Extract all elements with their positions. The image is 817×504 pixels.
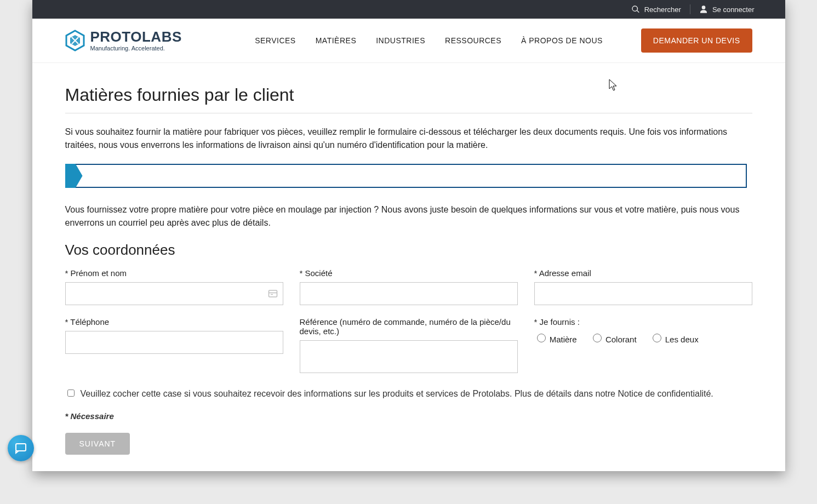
input-company[interactable] xyxy=(300,282,518,305)
chat-icon xyxy=(14,442,27,455)
content: Matières fournies par le client Si vous … xyxy=(32,63,785,471)
field-email: * Adresse email xyxy=(534,268,752,305)
next-button[interactable]: SUIVANT xyxy=(65,433,130,455)
brand-tagline: Manufacturing. Accelerated. xyxy=(90,45,182,51)
user-icon xyxy=(699,5,708,14)
required-note: * Nécessaire xyxy=(65,411,752,421)
nav-industries[interactable]: INDUSTRIES xyxy=(376,36,425,45)
svg-rect-4 xyxy=(16,444,26,451)
radio-both-input[interactable] xyxy=(653,334,661,342)
label-email: * Adresse email xyxy=(534,268,752,278)
label-name: * Prénom et nom xyxy=(65,268,283,278)
chat-bubble-button[interactable] xyxy=(8,435,34,461)
radio-colorant-input[interactable] xyxy=(593,334,602,342)
radio-both[interactable]: Les deux xyxy=(650,332,699,344)
svg-rect-1 xyxy=(268,290,277,297)
label-supply: * Je fournis : xyxy=(534,317,752,327)
signin-link[interactable]: Se connecter xyxy=(690,5,763,14)
progress-indicator xyxy=(65,164,752,188)
field-name: * Prénom et nom xyxy=(65,268,283,305)
search-icon xyxy=(631,5,640,14)
label-phone: * Téléphone xyxy=(65,317,283,327)
nav-resources[interactable]: RESSOURCES xyxy=(445,36,501,45)
input-reference[interactable] xyxy=(300,340,518,373)
main-nav: PROTOLABS Manufacturing. Accelerated. SE… xyxy=(32,19,785,63)
nav-services[interactable]: SERVICES xyxy=(255,36,296,45)
sub-intro-text: Vous fournissez votre propre matière pou… xyxy=(65,203,752,230)
contact-card-icon xyxy=(268,289,278,299)
signin-label: Se connecter xyxy=(712,5,755,14)
page-title: Matières fournies par le client xyxy=(65,85,752,105)
consent-label: Veuillez cocher cette case si vous souha… xyxy=(81,387,713,400)
title-divider xyxy=(65,113,752,113)
search-link[interactable]: Rechercher xyxy=(622,5,690,14)
consent-checkbox[interactable] xyxy=(67,390,75,397)
page: Rechercher Se connecter PROTOLABS Manufa… xyxy=(32,0,785,471)
nav-links: SERVICES MATIÈRES INDUSTRIES RESSOURCES … xyxy=(255,36,603,45)
nav-about[interactable]: À PROPOS DE NOUS xyxy=(521,36,603,45)
search-label: Rechercher xyxy=(644,5,681,14)
radio-material-input[interactable] xyxy=(537,334,546,342)
label-reference: Référence (numéro de commande, numéro de… xyxy=(300,317,518,336)
consent-row[interactable]: Veuillez cocher cette case si vous souha… xyxy=(65,387,752,400)
field-reference: Référence (numéro de commande, numéro de… xyxy=(300,317,518,375)
brand-name: PROTOLABS xyxy=(90,30,182,44)
utility-bar: Rechercher Se connecter xyxy=(32,0,785,19)
form-section-title: Vos coordonnées xyxy=(65,242,752,259)
input-name[interactable] xyxy=(65,282,283,305)
request-quote-button[interactable]: DEMANDER UN DEVIS xyxy=(641,28,752,53)
nav-materials[interactable]: MATIÈRES xyxy=(316,36,357,45)
radio-colorant[interactable]: Colorant xyxy=(590,332,637,344)
form-grid: * Prénom et nom * Société * Adresse emai… xyxy=(65,268,752,375)
field-supply: * Je fournis : Matière Colorant Les deux xyxy=(534,317,752,375)
logo-hex-icon xyxy=(65,30,85,51)
input-phone[interactable] xyxy=(65,331,283,354)
radio-both-label: Les deux xyxy=(665,335,699,344)
radio-material-label: Matière xyxy=(550,335,577,344)
radio-colorant-label: Colorant xyxy=(605,335,637,344)
radio-material[interactable]: Matière xyxy=(534,332,577,344)
input-email[interactable] xyxy=(534,282,752,305)
brand-logo[interactable]: PROTOLABS Manufacturing. Accelerated. xyxy=(65,30,182,51)
intro-text: Si vous souhaitez fournir la matière pou… xyxy=(65,125,752,152)
field-phone: * Téléphone xyxy=(65,317,283,375)
label-company: * Société xyxy=(300,268,518,278)
field-company: * Société xyxy=(300,268,518,305)
